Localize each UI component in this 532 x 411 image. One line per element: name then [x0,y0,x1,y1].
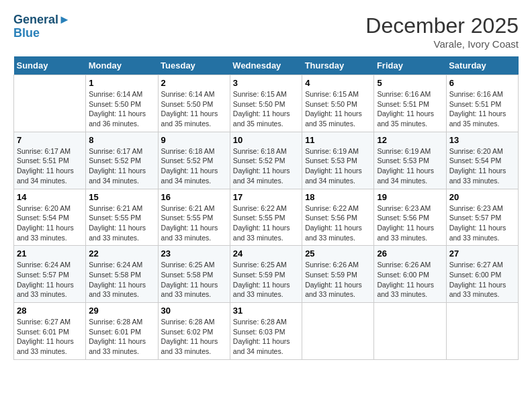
calendar-cell: 1Sunrise: 6:14 AMSunset: 5:50 PMDaylight… [86,75,158,132]
day-number: 13 [449,135,515,145]
calendar-cell: 6Sunrise: 6:16 AMSunset: 5:51 PMDaylight… [446,75,518,132]
calendar-cell: 18Sunrise: 6:22 AMSunset: 5:56 PMDayligh… [302,189,374,246]
calendar-cell: 2Sunrise: 6:14 AMSunset: 5:50 PMDaylight… [158,75,230,132]
cell-info: Sunrise: 6:23 AMSunset: 5:57 PMDaylight:… [449,203,515,243]
calendar-cell [302,303,374,360]
calendar-cell: 17Sunrise: 6:22 AMSunset: 5:55 PMDayligh… [230,189,302,246]
calendar-cell: 20Sunrise: 6:23 AMSunset: 5:57 PMDayligh… [446,189,518,246]
calendar-cell [374,303,446,360]
cell-info: Sunrise: 6:22 AMSunset: 5:55 PMDaylight:… [233,203,299,243]
week-row-4: 21Sunrise: 6:24 AMSunset: 5:57 PMDayligh… [14,246,519,303]
week-row-5: 28Sunrise: 6:27 AMSunset: 6:01 PMDayligh… [14,303,519,360]
cell-info: Sunrise: 6:24 AMSunset: 5:58 PMDaylight:… [89,260,154,300]
calendar-cell: 26Sunrise: 6:26 AMSunset: 6:00 PMDayligh… [374,246,446,303]
calendar-cell: 4Sunrise: 6:15 AMSunset: 5:50 PMDaylight… [302,75,374,132]
day-number: 15 [89,192,154,202]
cell-info: Sunrise: 6:14 AMSunset: 5:50 PMDaylight:… [161,89,227,129]
calendar-cell: 7Sunrise: 6:17 AMSunset: 5:51 PMDaylight… [14,132,86,189]
day-number: 7 [17,135,83,145]
calendar-cell: 31Sunrise: 6:28 AMSunset: 6:03 PMDayligh… [230,303,302,360]
day-number: 16 [161,192,227,202]
calendar-header-row: SundayMondayTuesdayWednesdayThursdayFrid… [14,56,519,75]
day-number: 18 [305,192,371,202]
cell-info: Sunrise: 6:18 AMSunset: 5:52 PMDaylight:… [233,146,299,186]
calendar-cell: 15Sunrise: 6:21 AMSunset: 5:55 PMDayligh… [86,189,158,246]
cell-info: Sunrise: 6:14 AMSunset: 5:50 PMDaylight:… [89,89,154,129]
day-number: 14 [17,192,83,202]
main-title: December 2025 [365,13,519,38]
day-number: 23 [161,248,227,259]
cell-info: Sunrise: 6:17 AMSunset: 5:51 PMDaylight:… [17,146,83,186]
calendar-cell: 30Sunrise: 6:28 AMSunset: 6:02 PMDayligh… [158,303,230,360]
calendar-cell [14,75,86,132]
cell-info: Sunrise: 6:20 AMSunset: 5:54 PMDaylight:… [17,203,83,243]
day-number: 21 [17,248,83,259]
calendar-cell: 10Sunrise: 6:18 AMSunset: 5:52 PMDayligh… [230,132,302,189]
day-number: 4 [305,78,371,88]
cell-info: Sunrise: 6:19 AMSunset: 5:53 PMDaylight:… [377,146,443,186]
logo: General►Blue [13,13,71,40]
cell-info: Sunrise: 6:16 AMSunset: 5:51 PMDaylight:… [377,89,443,129]
cell-info: Sunrise: 6:25 AMSunset: 5:59 PMDaylight:… [233,260,299,300]
cell-info: Sunrise: 6:27 AMSunset: 6:01 PMDaylight:… [17,317,83,357]
cell-info: Sunrise: 6:18 AMSunset: 5:52 PMDaylight:… [161,146,227,186]
day-number: 22 [89,248,154,259]
cell-info: Sunrise: 6:26 AMSunset: 6:00 PMDaylight:… [377,260,443,300]
calendar-cell: 16Sunrise: 6:21 AMSunset: 5:55 PMDayligh… [158,189,230,246]
cell-info: Sunrise: 6:19 AMSunset: 5:53 PMDaylight:… [305,146,371,186]
day-number: 9 [161,135,227,145]
calendar-cell: 5Sunrise: 6:16 AMSunset: 5:51 PMDaylight… [374,75,446,132]
cell-info: Sunrise: 6:20 AMSunset: 5:54 PMDaylight:… [449,146,515,186]
calendar-cell: 19Sunrise: 6:23 AMSunset: 5:56 PMDayligh… [374,189,446,246]
day-header-saturday: Saturday [446,56,518,75]
calendar-cell: 22Sunrise: 6:24 AMSunset: 5:58 PMDayligh… [86,246,158,303]
subtitle: Varale, Ivory Coast [365,38,519,50]
cell-info: Sunrise: 6:26 AMSunset: 5:59 PMDaylight:… [305,260,371,300]
calendar-cell: 9Sunrise: 6:18 AMSunset: 5:52 PMDaylight… [158,132,230,189]
calendar-body: 1Sunrise: 6:14 AMSunset: 5:50 PMDaylight… [14,75,519,360]
cell-info: Sunrise: 6:21 AMSunset: 5:55 PMDaylight:… [89,203,154,243]
day-number: 28 [17,306,83,316]
week-row-2: 7Sunrise: 6:17 AMSunset: 5:51 PMDaylight… [14,132,519,189]
week-row-3: 14Sunrise: 6:20 AMSunset: 5:54 PMDayligh… [14,189,519,246]
day-number: 27 [449,248,515,259]
calendar-cell: 28Sunrise: 6:27 AMSunset: 6:01 PMDayligh… [14,303,86,360]
day-header-monday: Monday [86,56,158,75]
cell-info: Sunrise: 6:21 AMSunset: 5:55 PMDaylight:… [161,203,227,243]
day-number: 5 [377,78,443,88]
calendar-cell: 13Sunrise: 6:20 AMSunset: 5:54 PMDayligh… [446,132,518,189]
day-number: 26 [377,248,443,259]
day-number: 11 [305,135,371,145]
day-number: 31 [233,306,299,316]
day-number: 10 [233,135,299,145]
cell-info: Sunrise: 6:15 AMSunset: 5:50 PMDaylight:… [305,89,371,129]
calendar-cell: 14Sunrise: 6:20 AMSunset: 5:54 PMDayligh… [14,189,86,246]
day-number: 24 [233,248,299,259]
day-number: 6 [449,78,515,88]
day-number: 3 [233,78,299,88]
cell-info: Sunrise: 6:15 AMSunset: 5:50 PMDaylight:… [233,89,299,129]
cell-info: Sunrise: 6:28 AMSunset: 6:02 PMDaylight:… [161,317,227,357]
day-header-sunday: Sunday [14,56,86,75]
calendar-cell: 21Sunrise: 6:24 AMSunset: 5:57 PMDayligh… [14,246,86,303]
calendar-cell: 29Sunrise: 6:28 AMSunset: 6:01 PMDayligh… [86,303,158,360]
day-number: 30 [161,306,227,316]
cell-info: Sunrise: 6:16 AMSunset: 5:51 PMDaylight:… [449,89,515,129]
page-header: General►Blue December 2025 Varale, Ivory… [13,13,519,50]
calendar-cell: 27Sunrise: 6:27 AMSunset: 6:00 PMDayligh… [446,246,518,303]
cell-info: Sunrise: 6:27 AMSunset: 6:00 PMDaylight:… [449,260,515,300]
calendar-cell [446,303,518,360]
calendar-cell: 8Sunrise: 6:17 AMSunset: 5:52 PMDaylight… [86,132,158,189]
logo-text: General►Blue [13,13,71,40]
calendar-cell: 25Sunrise: 6:26 AMSunset: 5:59 PMDayligh… [302,246,374,303]
cell-info: Sunrise: 6:23 AMSunset: 5:56 PMDaylight:… [377,203,443,243]
day-number: 2 [161,78,227,88]
day-header-tuesday: Tuesday [158,56,230,75]
cell-info: Sunrise: 6:28 AMSunset: 6:01 PMDaylight:… [89,317,154,357]
day-number: 20 [449,192,515,202]
day-number: 12 [377,135,443,145]
title-block: December 2025 Varale, Ivory Coast [365,13,519,50]
day-number: 25 [305,248,371,259]
calendar-cell: 23Sunrise: 6:25 AMSunset: 5:58 PMDayligh… [158,246,230,303]
day-number: 19 [377,192,443,202]
